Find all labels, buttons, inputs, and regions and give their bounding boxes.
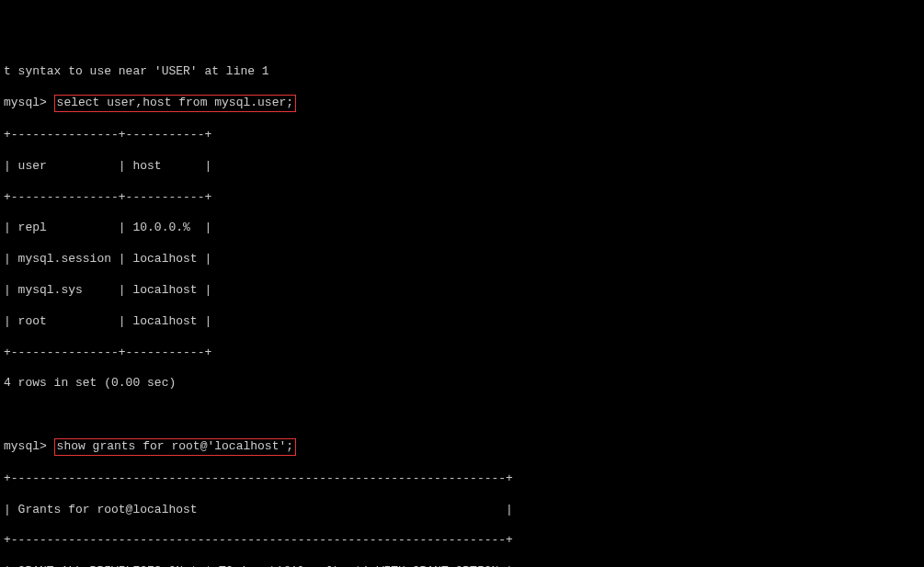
- blank: [4, 407, 920, 423]
- error-fragment: t syntax to use near 'USER' at line 1: [4, 64, 920, 80]
- command-highlight: select user,host from mysql.user;: [54, 95, 296, 112]
- table-sep: +---------------+-----------+: [4, 128, 920, 143]
- command-highlight: show grants for root@'localhost';: [54, 438, 296, 456]
- table-header: | Grants for root@localhost |: [4, 503, 920, 518]
- table-sep: +---------------------------------------…: [4, 533, 920, 549]
- table-row: | repl | 10.0.0.% |: [4, 221, 920, 236]
- table-sep: +---------------------------------------…: [4, 471, 920, 487]
- result-footer: 4 rows in set (0.00 sec): [4, 376, 920, 391]
- table-header: | user | host |: [4, 159, 920, 175]
- cmd-line-2: mysql> show grants for root@'localhost';: [4, 438, 920, 456]
- prompt: mysql>: [4, 439, 54, 453]
- table-row: | mysql.session | localhost |: [4, 252, 920, 267]
- table-row: | root | localhost |: [4, 314, 920, 330]
- table-sep: +---------------+-----------+: [4, 346, 920, 361]
- prompt: mysql>: [4, 96, 54, 109]
- table-row: | mysql.sys | localhost |: [4, 283, 920, 299]
- cmd-line-1: mysql> select user,host from mysql.user;: [4, 95, 920, 112]
- table-sep: +---------------+-----------+: [4, 190, 920, 206]
